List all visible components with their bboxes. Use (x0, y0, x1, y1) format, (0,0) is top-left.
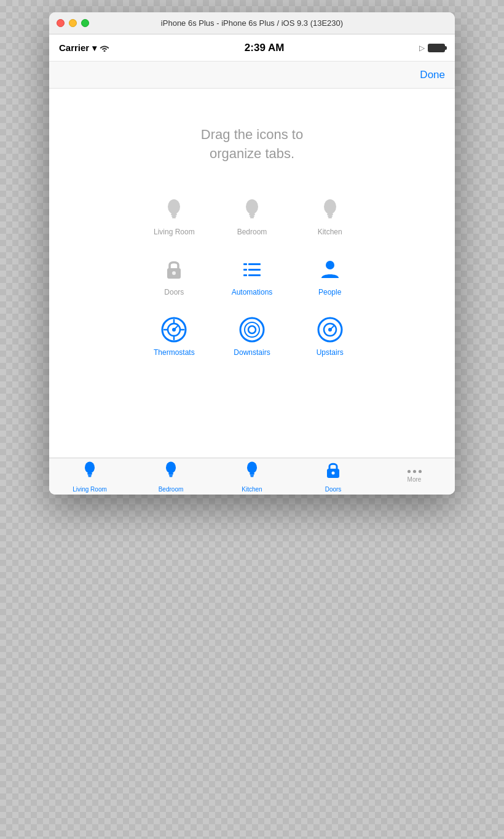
svg-rect-8 (250, 217, 254, 218)
dot-1 (408, 470, 411, 473)
status-bar: Carrier ▾ 2:39 AM ▷ (49, 34, 455, 62)
iphone-frame: Carrier ▾ 2:39 AM ▷ Done Drag the icons … (49, 34, 455, 495)
svg-line-32 (330, 326, 334, 330)
tab-doors[interactable]: Doors (293, 458, 374, 495)
nav-bar: Done (49, 62, 455, 89)
svg-rect-2 (171, 213, 177, 215)
tab-label-kitchen: Kitchen (242, 486, 262, 493)
icon-grid: Living Room Bedroom (141, 194, 363, 357)
status-left: Carrier ▾ (59, 42, 109, 53)
svg-point-27 (248, 326, 256, 333)
svg-rect-40 (170, 476, 173, 477)
thermostat-icon (159, 315, 189, 344)
svg-rect-38 (168, 473, 173, 475)
list-item[interactable]: People (297, 255, 363, 296)
lock-icon (159, 255, 189, 284)
mac-window-buttons (57, 19, 89, 27)
drag-hint-text: Drag the icons toorganize tabs. (201, 125, 303, 164)
dot-3 (419, 470, 422, 473)
svg-point-26 (240, 318, 264, 341)
svg-point-28 (245, 322, 259, 337)
icon-label-downstairs: Downstairs (234, 348, 270, 357)
icon-label-doors: Doors (164, 288, 184, 296)
svg-rect-11 (328, 215, 333, 217)
tab-label-bedroom: Bedroom (159, 486, 184, 493)
svg-point-46 (332, 472, 335, 475)
downstairs-icon (237, 315, 267, 344)
icon-label-living-room: Living Room (154, 228, 195, 236)
list-item[interactable]: Bedroom (219, 194, 285, 236)
svg-rect-15 (243, 263, 247, 265)
maximize-window-button[interactable] (81, 19, 89, 27)
svg-rect-43 (250, 475, 254, 476)
tab-label-living-room: Living Room (73, 486, 107, 493)
tab-lock-icon (325, 460, 342, 484)
svg-rect-42 (250, 473, 254, 475)
carrier-label: Carrier (59, 42, 89, 53)
bulb-icon (315, 194, 345, 224)
person-icon (315, 255, 345, 284)
svg-rect-12 (328, 217, 332, 218)
svg-rect-18 (248, 269, 261, 271)
close-window-button[interactable] (57, 19, 65, 27)
list-icon (237, 255, 267, 284)
bulb-icon (237, 194, 267, 224)
minimize-window-button[interactable] (69, 19, 77, 27)
svg-rect-20 (248, 274, 261, 276)
svg-line-25 (174, 326, 178, 330)
svg-rect-19 (243, 274, 247, 276)
bulb-icon (159, 194, 189, 224)
svg-point-5 (246, 199, 258, 214)
tab-living-room[interactable]: Living Room (49, 458, 130, 495)
mac-window: iPhone 6s Plus - iPhone 6s Plus / iOS 9.… (49, 12, 455, 495)
list-item[interactable]: Doors (141, 255, 207, 296)
icon-label-upstairs: Upstairs (317, 348, 344, 357)
tab-more[interactable]: More (374, 458, 455, 495)
status-time: 2:39 AM (245, 42, 285, 54)
svg-rect-10 (327, 213, 333, 215)
svg-rect-36 (89, 476, 92, 477)
mac-titlebar: iPhone 6s Plus - iPhone 6s Plus / iOS 9.… (49, 12, 455, 34)
icon-label-automations: Automations (232, 288, 273, 296)
main-content: Drag the icons toorganize tabs. Living R… (49, 89, 455, 458)
window-title: iPhone 6s Plus - iPhone 6s Plus / iOS 9.… (161, 18, 343, 28)
icon-label-bedroom: Bedroom (237, 228, 267, 236)
tab-bulb-icon-living (81, 460, 98, 484)
icon-label-thermostats: Thermostats (154, 348, 195, 357)
tab-label-doors: Doors (325, 486, 342, 493)
tab-label-more: More (408, 476, 422, 483)
svg-point-1 (168, 199, 180, 214)
upstairs-icon (315, 315, 345, 344)
svg-point-41 (247, 462, 257, 474)
list-item[interactable]: Upstairs (297, 315, 363, 357)
svg-point-21 (326, 261, 334, 269)
svg-rect-44 (251, 476, 254, 477)
icon-label-kitchen: Kitchen (318, 228, 342, 236)
svg-point-9 (324, 199, 336, 214)
wifi-icon: ▾ (92, 43, 96, 53)
tab-bulb-icon-kitchen (243, 460, 261, 484)
tab-bulb-icon-bedroom (162, 460, 179, 484)
list-item[interactable]: Living Room (141, 194, 207, 236)
tab-bar: Living Room Bedroom (49, 458, 455, 495)
svg-rect-39 (169, 475, 173, 476)
more-dots-icon (408, 470, 422, 473)
tab-bedroom[interactable]: Bedroom (130, 458, 211, 495)
svg-rect-34 (87, 473, 92, 475)
svg-point-0 (104, 50, 106, 52)
list-item[interactable]: Kitchen (297, 194, 363, 236)
svg-rect-16 (248, 263, 261, 265)
svg-rect-3 (171, 215, 176, 217)
list-item[interactable]: Automations (219, 255, 285, 296)
status-right: ▷ (419, 44, 445, 52)
wifi-signal-icon (100, 44, 109, 52)
icon-label-people: People (318, 288, 341, 296)
battery-icon (428, 44, 445, 52)
svg-rect-4 (172, 217, 176, 218)
list-item[interactable]: Thermostats (141, 315, 207, 357)
svg-rect-17 (243, 269, 247, 271)
list-item[interactable]: Downstairs (219, 315, 285, 357)
done-button[interactable]: Done (420, 69, 445, 81)
tab-kitchen[interactable]: Kitchen (211, 458, 293, 495)
svg-rect-7 (250, 215, 254, 217)
